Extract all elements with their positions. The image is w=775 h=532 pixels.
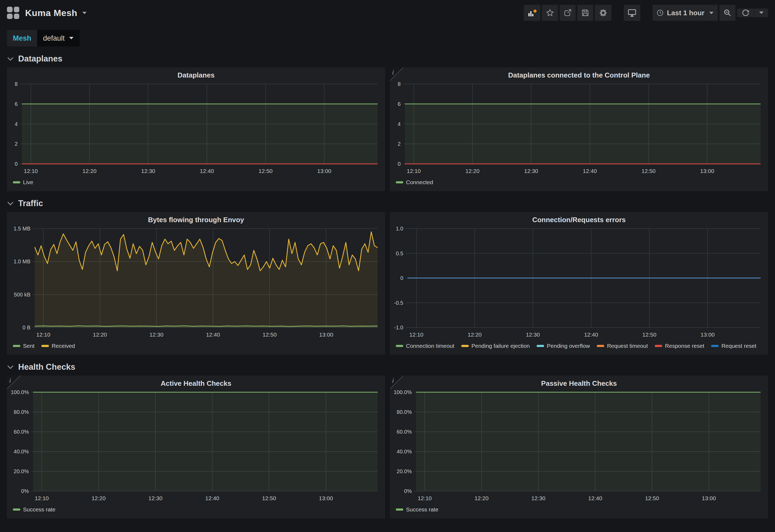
legend-label: Request reset — [721, 343, 756, 349]
svg-text:12:10: 12:10 — [407, 168, 421, 174]
svg-text:12:40: 12:40 — [584, 332, 598, 338]
panel-active-health-checks: Active Health Checks 0%20.0%40.0%60.0%80… — [7, 376, 385, 518]
dashboard-title[interactable]: Kuma Mesh — [25, 8, 77, 18]
refresh-interval-button[interactable] — [755, 9, 768, 17]
svg-text:12:30: 12:30 — [148, 495, 162, 501]
time-range-picker[interactable]: Last 1 hour — [653, 5, 718, 21]
info-corner-icon[interactable]: i — [390, 67, 403, 81]
legend-dataplanes: Live — [7, 177, 385, 191]
svg-text:13:00: 13:00 — [700, 168, 714, 174]
svg-text:12:30: 12:30 — [141, 168, 155, 174]
svg-text:12:40: 12:40 — [200, 168, 214, 174]
panel-title[interactable]: Connection/Requests errors — [390, 212, 768, 226]
settings-button[interactable] — [595, 5, 612, 21]
variable-value-dropdown[interactable]: default — [37, 30, 80, 46]
legend-swatch-icon — [41, 345, 49, 347]
legend-item[interactable]: Success rate — [13, 506, 55, 513]
monitor-icon — [628, 9, 637, 17]
svg-text:12:40: 12:40 — [206, 332, 220, 338]
legend-item[interactable]: Pending overflow — [537, 343, 590, 349]
add-panel-button[interactable] — [524, 5, 540, 21]
svg-text:1.0: 1.0 — [396, 226, 403, 231]
share-button[interactable] — [560, 5, 576, 21]
legend-item[interactable]: Sent — [13, 343, 34, 349]
svg-text:i: i — [392, 377, 394, 384]
svg-text:12:30: 12:30 — [531, 495, 546, 501]
svg-text:8: 8 — [15, 81, 18, 87]
legend-swatch-icon — [597, 345, 604, 347]
panel-title[interactable]: Bytes flowing through Envoy — [7, 212, 385, 226]
dashboard-grid-icon[interactable] — [7, 7, 19, 19]
svg-text:12:50: 12:50 — [641, 168, 656, 174]
caret-down-icon — [759, 11, 764, 14]
legend-passive-health-checks: Success rate — [390, 504, 768, 518]
svg-text:20.0%: 20.0% — [397, 468, 412, 474]
star-button[interactable] — [542, 5, 558, 21]
svg-text:100.0%: 100.0% — [394, 390, 412, 395]
chart-connection-errors[interactable]: -1.0-0.500.51.012:1012:2012:3012:4012:50… — [390, 226, 768, 341]
svg-text:100.0%: 100.0% — [11, 390, 29, 395]
svg-text:12:30: 12:30 — [526, 332, 540, 338]
section-title: Dataplanes — [18, 54, 62, 64]
svg-text:12:30: 12:30 — [524, 168, 538, 174]
legend-item[interactable]: Success rate — [396, 506, 438, 513]
svg-text:6: 6 — [15, 101, 18, 107]
legend-item[interactable]: Received — [41, 343, 75, 349]
chart-dataplanes[interactable]: 0246812:1012:2012:3012:4012:5013:00 — [7, 81, 385, 177]
svg-text:0.5: 0.5 — [396, 250, 403, 256]
legend-item[interactable]: Request timeout — [597, 343, 648, 349]
legend-item[interactable]: Response reset — [655, 343, 704, 349]
svg-text:0: 0 — [400, 275, 403, 281]
section-header-health-checks[interactable]: Health Checks — [0, 355, 775, 376]
section-header-dataplanes[interactable]: Dataplanes — [0, 46, 775, 67]
chart-passive-health-checks[interactable]: 0%20.0%40.0%60.0%80.0%100.0%12:1012:2012… — [390, 390, 768, 504]
navbar-actions: Last 1 hour — [522, 5, 768, 21]
legend-item[interactable]: Live — [13, 179, 33, 185]
legend-label: Live — [23, 179, 33, 185]
tv-mode-button[interactable] — [624, 5, 640, 21]
legend-bytes-envoy: SentReceived — [7, 341, 385, 355]
svg-text:12:50: 12:50 — [262, 495, 276, 501]
chart-active-health-checks[interactable]: 0%20.0%40.0%60.0%80.0%100.0%12:1012:2012… — [7, 390, 385, 504]
save-button[interactable] — [577, 5, 593, 21]
svg-text:12:20: 12:20 — [466, 168, 480, 174]
legend-item[interactable]: Connection timeout — [396, 343, 454, 349]
legend-label: Success rate — [23, 506, 55, 513]
panel-title[interactable]: Dataplanes connected to the Control Plan… — [390, 67, 768, 81]
info-corner-icon[interactable]: i — [7, 376, 20, 389]
panel-title[interactable]: Passive Health Checks — [390, 376, 768, 390]
svg-text:4: 4 — [15, 121, 18, 127]
legend-label: Pending failure ejection — [472, 343, 530, 349]
legend-label: Request timeout — [607, 343, 648, 349]
chart-bytes-envoy[interactable]: 0 B500 kB1.0 MB1.5 MB12:1012:2012:3012:4… — [7, 226, 385, 341]
panel-title[interactable]: Active Health Checks — [7, 376, 385, 390]
svg-text:40.0%: 40.0% — [397, 449, 412, 455]
svg-text:1.5 MB: 1.5 MB — [14, 226, 30, 231]
legend-item[interactable]: Pending failure ejection — [461, 343, 530, 349]
svg-text:12:20: 12:20 — [93, 332, 107, 338]
caret-down-icon — [69, 37, 74, 40]
svg-text:12:30: 12:30 — [149, 332, 163, 338]
legend-swatch-icon — [13, 508, 20, 511]
gear-icon — [599, 8, 608, 17]
panel-title[interactable]: Dataplanes — [7, 67, 385, 81]
caret-down-icon[interactable] — [81, 11, 87, 15]
svg-text:500 kB: 500 kB — [14, 292, 30, 298]
svg-text:-0.5: -0.5 — [394, 300, 403, 306]
zoom-out-button[interactable] — [719, 5, 735, 21]
bar-chart-plus-icon — [528, 9, 537, 17]
panel-row-traffic: Bytes flowing through Envoy 0 B500 kB1.0… — [0, 212, 775, 355]
clock-icon — [656, 9, 664, 17]
legend-label: Success rate — [406, 506, 438, 513]
info-corner-icon[interactable]: i — [390, 376, 403, 389]
chart-dataplanes-connected[interactable]: 0246812:1012:2012:3012:4012:5013:00 — [390, 81, 768, 177]
legend-item[interactable]: Connected — [396, 179, 433, 185]
section-header-traffic[interactable]: Traffic — [0, 191, 775, 212]
legend-swatch-icon — [396, 345, 403, 347]
legend-active-health-checks: Success rate — [7, 504, 385, 518]
svg-text:12:10: 12:10 — [24, 168, 38, 174]
legend-item[interactable]: Request reset — [711, 343, 756, 349]
refresh-button[interactable] — [737, 9, 754, 17]
svg-text:40.0%: 40.0% — [14, 449, 29, 455]
svg-text:0%: 0% — [404, 488, 412, 494]
